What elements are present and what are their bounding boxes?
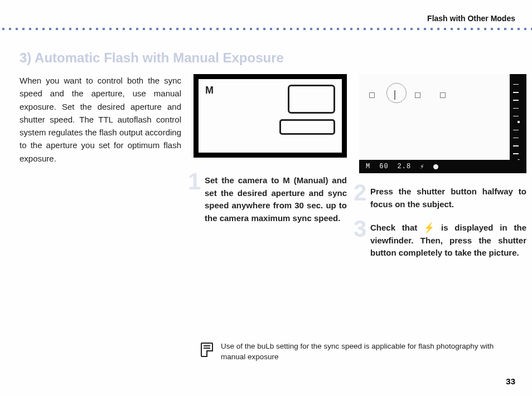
step-text: Set the camera to M (Manual) and set the… <box>194 174 347 224</box>
step-3: 3 Check that ⚡ is displayed in the viewf… <box>359 222 526 260</box>
manual-page: Flash with Other Modes 3) Automatic Flas… <box>0 0 532 396</box>
focus-confirm-icon <box>433 164 438 169</box>
step-1: 1 Set the camera to M (Manual) and set t… <box>194 174 347 224</box>
note-box: Use of the buLb setting for the sync spe… <box>201 341 504 363</box>
section-title: 3) Automatic Flash with Manual Exposure <box>20 50 515 66</box>
flash-icon: ⚡ <box>424 221 434 236</box>
intro-text: When you want to control both the sync s… <box>20 74 181 165</box>
right-column: M 60 2.8 ⚡ 2 Press the shutter button ha… <box>359 74 526 271</box>
af-point-center-icon <box>394 90 395 100</box>
lcd-mode-indicator: M <box>205 85 214 96</box>
af-points-row <box>369 91 504 99</box>
page-number: 33 <box>506 377 515 386</box>
af-point-icon <box>369 92 375 98</box>
lcd-box-large <box>288 85 335 114</box>
header-section-label: Flash with Other Modes <box>20 14 515 23</box>
step-text: Press the shutter button halfway to focu… <box>359 185 526 211</box>
middle-column: M 1 Set the camera to M (Manual) and set… <box>194 74 347 236</box>
content-columns: When you want to control both the sync s… <box>20 74 515 271</box>
note-text: Use of the buLb setting for the sync spe… <box>221 341 504 363</box>
viewfinder-illustration: M 60 2.8 ⚡ <box>359 74 526 173</box>
lcd-box-small <box>279 119 335 135</box>
divider-dots <box>0 27 532 31</box>
step-2: 2 Press the shutter button halfway to fo… <box>359 185 526 211</box>
note-icon <box>201 343 213 357</box>
vf-aperture: 2.8 <box>398 163 412 170</box>
viewfinder-info-bar: M 60 2.8 ⚡ <box>359 160 526 173</box>
vf-mode: M <box>366 163 370 170</box>
viewfinder-right-scale <box>510 74 526 173</box>
lcd-panel-illustration: M <box>194 74 347 158</box>
af-point-icon <box>440 92 446 98</box>
flash-ready-icon: ⚡ <box>420 163 424 171</box>
af-point-icon <box>415 92 420 98</box>
af-center-ring-icon <box>386 83 407 103</box>
vf-shutter: 60 <box>379 163 388 170</box>
step-text: Check that ⚡ is displayed in the viewfin… <box>359 222 526 260</box>
